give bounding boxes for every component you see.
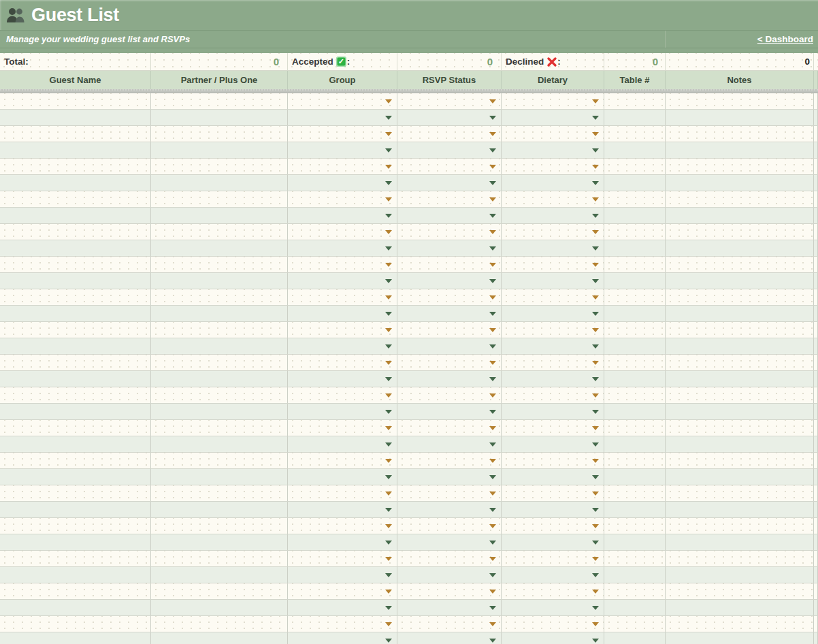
cell-partner-plus-one[interactable] xyxy=(151,338,288,354)
cell-group[interactable] xyxy=(288,126,397,142)
dropdown-arrow-icon[interactable] xyxy=(592,148,599,152)
cell-partner-plus-one[interactable] xyxy=(151,616,288,632)
dropdown-arrow-icon[interactable] xyxy=(592,393,599,398)
cell-guest-name[interactable] xyxy=(0,469,151,485)
cell-dietary[interactable] xyxy=(502,159,604,174)
cell-partner-plus-one[interactable] xyxy=(151,583,288,599)
cell-guest-name[interactable] xyxy=(0,453,151,468)
dropdown-arrow-icon[interactable] xyxy=(385,165,392,169)
cell-partner-plus-one[interactable] xyxy=(151,175,288,191)
dropdown-arrow-icon[interactable] xyxy=(592,410,599,414)
cell-dietary[interactable] xyxy=(502,338,604,354)
dropdown-arrow-icon[interactable] xyxy=(489,181,496,185)
cell-notes[interactable] xyxy=(666,208,814,223)
cell-dietary[interactable] xyxy=(502,518,604,534)
dropdown-arrow-icon[interactable] xyxy=(592,508,599,512)
cell-dietary[interactable] xyxy=(502,126,604,142)
cell-notes[interactable] xyxy=(666,420,814,436)
cell-notes[interactable] xyxy=(666,502,814,517)
cell-rsvp-status[interactable] xyxy=(397,453,502,468)
cell-group[interactable] xyxy=(288,518,397,534)
cell-notes[interactable] xyxy=(666,110,814,125)
cell-partner-plus-one[interactable] xyxy=(151,142,288,158)
dropdown-arrow-icon[interactable] xyxy=(489,459,496,463)
cell-table[interactable] xyxy=(604,191,666,207)
dropdown-arrow-icon[interactable] xyxy=(489,475,496,479)
cell-table[interactable] xyxy=(604,224,666,240)
dropdown-arrow-icon[interactable] xyxy=(385,279,392,283)
cell-notes[interactable] xyxy=(666,240,814,256)
column-header-rsvp-status[interactable]: RSVP Status xyxy=(397,71,502,89)
dropdown-arrow-icon[interactable] xyxy=(592,459,599,463)
cell-dietary[interactable] xyxy=(502,453,604,468)
cell-partner-plus-one[interactable] xyxy=(151,306,288,321)
cell-partner-plus-one[interactable] xyxy=(151,453,288,468)
dropdown-arrow-icon[interactable] xyxy=(489,197,496,202)
dropdown-arrow-icon[interactable] xyxy=(489,541,496,545)
dropdown-arrow-icon[interactable] xyxy=(385,99,392,103)
cell-table[interactable] xyxy=(604,355,666,370)
dropdown-arrow-icon[interactable] xyxy=(489,165,496,169)
cell-notes[interactable] xyxy=(666,371,814,387)
cell-group[interactable] xyxy=(288,191,397,207)
cell-notes[interactable] xyxy=(666,518,814,534)
cell-partner-plus-one[interactable] xyxy=(151,93,288,109)
cell-group[interactable] xyxy=(288,273,397,289)
cell-rsvp-status[interactable] xyxy=(397,600,502,615)
cell-table[interactable] xyxy=(604,240,666,256)
cell-table[interactable] xyxy=(604,485,666,501)
cell-dietary[interactable] xyxy=(502,616,604,632)
cell-rsvp-status[interactable] xyxy=(397,224,502,240)
cell-table[interactable] xyxy=(604,110,666,125)
cell-table[interactable] xyxy=(604,126,666,142)
dropdown-arrow-icon[interactable] xyxy=(385,214,392,218)
dropdown-arrow-icon[interactable] xyxy=(385,132,392,136)
cell-group[interactable] xyxy=(288,387,397,403)
declined-value-cell[interactable]: 0 xyxy=(604,53,666,70)
cell-guest-name[interactable] xyxy=(0,632,151,644)
cell-notes[interactable] xyxy=(666,257,814,272)
cell-rsvp-status[interactable] xyxy=(397,632,502,644)
cell-partner-plus-one[interactable] xyxy=(151,567,288,583)
cell-rsvp-status[interactable] xyxy=(397,322,502,338)
cell-partner-plus-one[interactable] xyxy=(151,469,288,485)
cell-dietary[interactable] xyxy=(502,436,604,452)
cell-guest-name[interactable] xyxy=(0,436,151,452)
cell-notes[interactable] xyxy=(666,273,814,289)
dropdown-arrow-icon[interactable] xyxy=(592,573,599,577)
cell-guest-name[interactable] xyxy=(0,551,151,566)
cell-rsvp-status[interactable] xyxy=(397,502,502,517)
dropdown-arrow-icon[interactable] xyxy=(592,426,599,430)
cell-table[interactable] xyxy=(604,616,666,632)
cell-rsvp-status[interactable] xyxy=(397,583,502,599)
cell-notes[interactable] xyxy=(666,224,814,240)
cell-notes[interactable] xyxy=(666,126,814,142)
dropdown-arrow-icon[interactable] xyxy=(489,508,496,512)
cell-dietary[interactable] xyxy=(502,469,604,485)
cell-dietary[interactable] xyxy=(502,632,604,644)
cell-guest-name[interactable] xyxy=(0,126,151,142)
cell-dietary[interactable] xyxy=(502,93,604,109)
cell-group[interactable] xyxy=(288,257,397,272)
cell-notes[interactable] xyxy=(666,93,814,109)
dropdown-arrow-icon[interactable] xyxy=(592,99,599,103)
cell-partner-plus-one[interactable] xyxy=(151,632,288,644)
cell-table[interactable] xyxy=(604,208,666,223)
cell-partner-plus-one[interactable] xyxy=(151,208,288,223)
dropdown-arrow-icon[interactable] xyxy=(385,426,392,430)
cell-group[interactable] xyxy=(288,583,397,599)
dropdown-arrow-icon[interactable] xyxy=(489,344,496,349)
cell-table[interactable] xyxy=(604,306,666,321)
cell-table[interactable] xyxy=(604,387,666,403)
cell-dietary[interactable] xyxy=(502,420,604,436)
dropdown-arrow-icon[interactable] xyxy=(385,606,392,610)
cell-partner-plus-one[interactable] xyxy=(151,159,288,174)
cell-guest-name[interactable] xyxy=(0,387,151,403)
cell-dietary[interactable] xyxy=(502,600,604,615)
cell-partner-plus-one[interactable] xyxy=(151,273,288,289)
dropdown-arrow-icon[interactable] xyxy=(489,573,496,577)
cell-rsvp-status[interactable] xyxy=(397,208,502,223)
cell-dietary[interactable] xyxy=(502,567,604,583)
cell-rsvp-status[interactable] xyxy=(397,387,502,403)
dropdown-arrow-icon[interactable] xyxy=(592,606,599,610)
